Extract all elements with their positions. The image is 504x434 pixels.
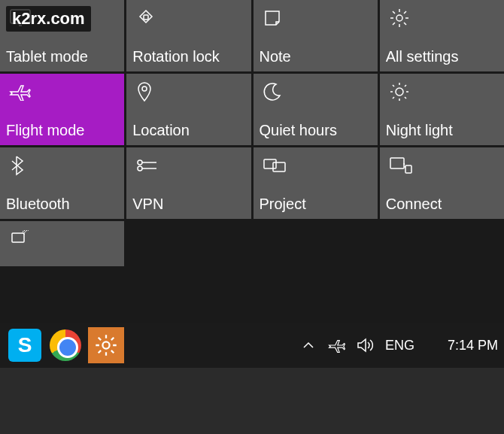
- tile-label: All settings: [386, 48, 498, 65]
- tile-label: VPN: [132, 196, 244, 213]
- svg-rect-9: [273, 162, 285, 171]
- bluetooth-icon: [6, 153, 118, 178]
- tile-label: Night light: [386, 122, 498, 139]
- svg-rect-2: [144, 15, 148, 20]
- network-icon: [6, 227, 118, 251]
- svg-point-4: [142, 86, 147, 91]
- svg-rect-8: [264, 159, 276, 168]
- tile-location[interactable]: Location: [126, 74, 250, 145]
- tile-vpn[interactable]: VPN: [126, 147, 250, 219]
- tile-quiet-hours[interactable]: Quiet hours: [254, 74, 378, 145]
- svg-rect-10: [390, 158, 404, 168]
- svg-rect-12: [12, 233, 24, 242]
- taskbar-apps: S: [6, 326, 125, 364]
- tray-volume-icon[interactable]: [357, 336, 375, 354]
- svg-point-3: [396, 15, 402, 21]
- tray-chevron-up-icon[interactable]: [299, 336, 317, 354]
- moon-icon: [260, 80, 372, 104]
- tray-clock[interactable]: 7:14 PM: [448, 338, 498, 354]
- svg-point-6: [138, 160, 142, 165]
- tile-label: Bluetooth: [6, 196, 118, 213]
- tile-label: Flight mode: [6, 122, 118, 139]
- tile-label: Location: [132, 122, 244, 139]
- tile-note[interactable]: Note: [254, 0, 378, 71]
- svg-rect-11: [405, 165, 411, 173]
- note-icon: [260, 6, 372, 30]
- location-icon: [132, 80, 244, 104]
- vpn-icon: [132, 153, 244, 178]
- bottom-padding: [0, 368, 504, 434]
- svg-point-7: [138, 166, 142, 171]
- tile-project[interactable]: Project: [254, 147, 378, 219]
- connect-icon: [386, 153, 498, 178]
- project-icon: [260, 153, 372, 178]
- tile-night-light[interactable]: Night light: [380, 74, 504, 145]
- taskbar: S ENG 7:14 PM: [0, 323, 504, 368]
- tray-language[interactable]: ENG: [385, 338, 414, 354]
- taskbar-app-settings[interactable]: [87, 326, 125, 364]
- watermark-badge: k2rx.com: [6, 6, 91, 32]
- tile-label: Rotation lock: [132, 48, 244, 65]
- tile-flight-mode[interactable]: Flight mode: [0, 74, 124, 145]
- tile-connect[interactable]: Connect: [380, 147, 504, 219]
- tile-label: Connect: [386, 196, 498, 213]
- tile-label: Tablet mode: [6, 48, 118, 65]
- tile-all-settings[interactable]: All settings: [380, 0, 504, 71]
- tile-rotation-lock[interactable]: Rotation lock: [126, 0, 250, 71]
- tray-airplane-icon[interactable]: [328, 336, 346, 354]
- svg-point-5: [396, 88, 403, 96]
- tile-label: Project: [260, 196, 372, 213]
- system-tray: ENG 7:14 PM: [299, 336, 498, 354]
- tile-network[interactable]: Network: [0, 221, 124, 266]
- rotation-lock-icon: [132, 6, 244, 30]
- svg-point-13: [102, 341, 109, 348]
- tile-bluetooth[interactable]: Bluetooth: [0, 147, 124, 219]
- taskbar-app-skype[interactable]: S: [6, 326, 44, 364]
- sun-icon: [386, 80, 498, 104]
- tile-label: Note: [260, 48, 372, 65]
- tile-label: Quiet hours: [260, 122, 372, 139]
- taskbar-app-chrome[interactable]: [47, 326, 84, 364]
- airplane-icon: [6, 80, 118, 104]
- gear-icon: [386, 6, 498, 30]
- action-center-panel: Tablet mode Rotation lock Note All setti…: [0, 0, 504, 266]
